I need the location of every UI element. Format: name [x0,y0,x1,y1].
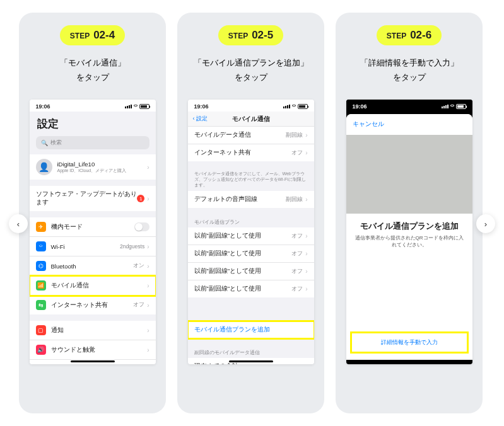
hotspot-value: オフ [133,301,144,309]
plan-label: 以前"副回線"として使用 [194,232,292,240]
plans-header: モバイル通信プラン [188,214,314,227]
notifications-icon: ▢ [36,325,46,335]
wifi-settings-icon: ⌔ [36,241,46,251]
chevron-icon: › [147,243,149,250]
chevron-icon: › [305,233,307,239]
step-card-02-6: STEP 02-6 「詳細情報を手動で入力」 をタップ 19:06 キャンセル … [336,13,483,413]
status-time: 19:06 [36,103,50,110]
status-bar: 19:06 [188,100,314,112]
status-icons [442,103,466,110]
search-placeholder: 検索 [50,139,62,147]
step-instruction: 「モバイル通信」 をタップ [60,55,126,88]
plan-value: オフ [291,268,303,275]
instruction-line2: をタップ [194,70,308,84]
software-update-row[interactable]: ソフトウェア・アップデートがあります 1 › [30,186,156,211]
chevron-icon: › [147,164,149,171]
search-field[interactable]: 🔍 検索 [36,136,149,149]
hotspot-row[interactable]: ⇆ インターネット共有 オフ › [30,296,156,314]
chevron-icon: › [305,268,307,275]
chevron-icon: › [147,327,149,334]
instruction-line1: 「モバイル通信プランを追加」 [194,55,308,70]
qr-title: モバイル通信プランを追加 [346,214,472,234]
wifi-row[interactable]: ⌔ Wi-Fi 2ndguests › [30,237,156,256]
default-voice-row[interactable]: デフォルトの音声回線 副回線 › [188,191,314,208]
chevron-icon: › [147,347,149,354]
qr-subtitle: 通信事業者から提供されたQRコードを枠内に入れてください。 [346,234,472,255]
chevron-icon: › [147,263,149,270]
step-badge: STEP 02-4 [60,25,125,45]
status-bar: 19:06 [30,100,156,112]
chevron-icon: › [305,285,307,292]
plan-label: 以前"副回線"として使用 [194,285,292,293]
wifi-label: Wi-Fi [51,243,120,250]
mobile-data-value: 副回線 [286,132,303,139]
cellular-label: モバイル通信 [51,282,148,290]
add-plan-row[interactable]: モバイル通信プランを追加 [188,321,314,338]
plan-value: オフ [291,233,303,240]
airplane-row[interactable]: ✈ 機内モード [30,217,156,237]
home-indicator [229,360,273,362]
step-badge: STEP 02-5 [218,25,283,45]
cellular-row[interactable]: 📶 モバイル通信 › [30,276,156,296]
instruction-line1: 「モバイル通信」 [60,55,126,70]
nav-bar: ‹ 設定 モバイル通信 [188,112,314,127]
plan-row[interactable]: 以前"副回線"として使用 オフ › [188,227,314,245]
sounds-icon: 🔊 [36,345,46,355]
step-number: 02-5 [252,29,273,42]
bluetooth-row[interactable]: ⌬ Bluetooth オン › [30,256,156,276]
mobile-data-row[interactable]: モバイルデータ通信 副回線 › [188,127,314,144]
default-voice-value: 副回線 [286,196,303,204]
wifi-icon [134,103,138,110]
signal-icon [442,105,448,108]
plan-row[interactable]: 以前"副回線"として使用 オフ › [188,245,314,263]
status-time: 19:06 [353,103,367,110]
signal-icon [125,105,132,108]
phone-screenshot-cellular: 19:06 ‹ 設定 モバイル通信 モバイルデータ通信 副回線 › インター [188,100,314,364]
nav-title: モバイル通信 [188,115,314,124]
instruction-line1: 「詳細情報を手動で入力」 [360,55,459,70]
wifi-value: 2ndguests [120,243,144,250]
wifi-icon [292,103,296,110]
carousel-next[interactable]: › [476,214,495,233]
default-voice-label: デフォルトの音声回線 [194,195,286,204]
manual-entry-button[interactable]: 詳細情報を手動で入力 [351,333,467,352]
status-bar: 19:06 [346,100,472,112]
step-instruction: 「モバイル通信プランを追加」 をタップ [194,55,308,88]
hotspot-label: インターネット共有 [51,301,134,309]
chevron-icon: › [147,302,149,309]
notifications-row[interactable]: ▢ 通知 › [30,321,156,340]
badge-count: 1 [137,195,144,202]
step-badge: STEP 02-6 [377,25,442,45]
plan-value: オフ [291,285,303,293]
bluetooth-value: オン [133,262,144,270]
total-label: 現在までの合計 [194,362,289,364]
signal-icon [283,105,290,108]
step-number: 02-6 [410,29,431,42]
sounds-label: サウンドと触覚 [51,346,148,354]
phone-screenshot-qr: 19:06 キャンセル モバイル通信プランを追加 通信事業者から提供されたQRコ… [346,100,472,364]
battery-icon [298,104,308,109]
battery-icon [456,104,466,109]
hotspot-row[interactable]: インターネット共有 オフ › [188,144,314,161]
chevron-icon: › [305,196,307,203]
cancel-button[interactable]: キャンセル [346,114,472,135]
phone-screenshot-settings: 19:06 設定 🔍 検索 👤 iDigital_Life10 Apple ID… [30,100,156,364]
mobile-data-label: モバイルデータ通信 [194,131,286,139]
search-icon: 🔍 [41,140,48,146]
carousel-prev[interactable]: ‹ [9,214,28,233]
step-label: STEP [228,32,248,40]
apple-id-name: iDigital_Life10 [57,161,148,168]
chevron-icon: › [147,195,149,202]
total-value: 2.7 KB [289,364,305,364]
instruction-line2: をタップ [60,70,126,84]
airplane-toggle[interactable] [134,222,149,231]
hotspot-value: オフ [291,149,303,157]
apple-id-row[interactable]: 👤 iDigital_Life10 Apple ID、iCloud、メディアと購… [30,154,156,180]
hotspot-icon: ⇆ [36,300,46,310]
avatar-icon: 👤 [36,159,52,175]
plan-row[interactable]: 以前"副回線"として使用 オフ › [188,280,314,297]
step-card-02-5: STEP 02-5 「モバイル通信プランを追加」 をタップ 19:06 ‹ 設定… [177,13,324,413]
sounds-row[interactable]: 🔊 サウンドと触覚 › [30,340,156,360]
plan-row[interactable]: 以前"副回線"として使用 オフ › [188,263,314,280]
camera-viewfinder [346,135,472,214]
